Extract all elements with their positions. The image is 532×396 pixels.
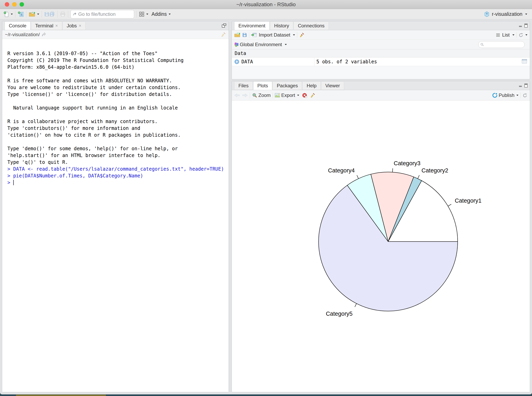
zoom-plot-button[interactable]: Zoom	[252, 93, 271, 98]
clear-environment-icon[interactable]	[299, 32, 304, 38]
object-name: DATA	[241, 59, 253, 64]
maximize-pane-icon[interactable]	[524, 23, 528, 28]
export-plot-button[interactable]: Export	[275, 93, 299, 98]
data-section-header: Data	[232, 49, 530, 58]
environment-search-input[interactable]	[485, 42, 522, 47]
tab-terminal[interactable]: Terminal ×	[31, 21, 62, 30]
save-icon	[44, 12, 49, 17]
tab-files[interactable]: Files	[234, 81, 253, 90]
display-mode-button[interactable]: List	[496, 32, 514, 38]
publish-label: Publish	[499, 93, 514, 98]
tab-viewer-label: Viewer	[325, 83, 340, 88]
goto-file-input[interactable]	[78, 11, 132, 17]
tab-environment[interactable]: Environment	[234, 21, 270, 30]
view-table-icon[interactable]	[522, 59, 527, 64]
environment-search[interactable]	[478, 41, 525, 48]
minimize-window-button[interactable]	[12, 2, 17, 7]
previous-plot-icon[interactable]	[234, 93, 240, 98]
publish-plot-button[interactable]: Publish	[492, 93, 518, 98]
object-summary: 5 obs. of 2 variables	[314, 59, 522, 64]
pie-label-category3: Category3	[394, 160, 421, 166]
pane-layout-button[interactable]	[139, 12, 148, 17]
import-dataset-caret[interactable]	[293, 34, 295, 35]
tab-help[interactable]: Help	[302, 81, 321, 90]
environment-pane: Environment History Connections Import D…	[232, 21, 530, 79]
tab-files-label: Files	[238, 83, 249, 88]
addins-button[interactable]: Addins	[152, 11, 171, 17]
clear-all-plots-icon[interactable]	[310, 93, 315, 98]
addins-caret[interactable]	[169, 14, 171, 15]
refresh-plot-icon[interactable]	[523, 93, 527, 98]
next-plot-icon[interactable]	[242, 93, 248, 98]
close-icon[interactable]: ×	[55, 23, 58, 28]
maximize-pane-icon[interactable]	[524, 83, 528, 88]
display-mode-caret[interactable]	[512, 34, 514, 35]
save-button[interactable]	[44, 12, 49, 17]
print-icon	[60, 12, 65, 17]
console-output-area[interactable]: R version 3.6.1 (2019-07-05) -- "Action …	[2, 39, 229, 392]
new-file-menu-caret[interactable]	[11, 14, 13, 15]
display-mode-label: List	[502, 32, 510, 38]
tab-packages[interactable]: Packages	[273, 81, 302, 90]
clear-console-icon[interactable]	[221, 32, 226, 37]
console-command-1: > DATA <- read.table("/Users/lsalazar/co…	[7, 166, 229, 172]
print-button[interactable]	[60, 12, 65, 17]
open-file-button[interactable]	[29, 12, 39, 17]
open-folder-icon	[29, 12, 35, 17]
project-caret[interactable]	[525, 14, 527, 15]
tab-jobs[interactable]: Jobs ×	[63, 21, 86, 30]
project-selector[interactable]: R r-visualization	[484, 11, 527, 17]
goto-directory-icon[interactable]	[41, 32, 46, 37]
save-all-button[interactable]	[49, 12, 55, 17]
environment-scope-caret[interactable]	[285, 44, 287, 45]
pie-label-tick	[392, 169, 393, 172]
expand-object-icon[interactable]	[234, 59, 240, 64]
new-file-icon	[4, 11, 9, 17]
environment-scope-selector[interactable]: Global Environment	[239, 42, 287, 47]
pie-label-tick	[357, 175, 358, 179]
restore-pane-icon[interactable]	[222, 23, 227, 28]
new-file-button[interactable]	[4, 11, 13, 17]
pie-label-category5: Category5	[326, 310, 352, 317]
zoom-label: Zoom	[258, 93, 271, 98]
export-caret[interactable]	[297, 95, 299, 96]
svg-text:R: R	[486, 12, 488, 15]
pie-chart: Category1Category2Category3Category4Cate…	[232, 100, 530, 392]
console-prompt-line[interactable]: >	[7, 179, 229, 186]
title-bar: ~/r-visualization - RStudio	[0, 0, 532, 9]
goto-file-search[interactable]	[70, 10, 134, 18]
pane-grid-icon	[139, 12, 144, 17]
pie-label-category2: Category2	[421, 167, 448, 174]
minimize-pane-icon[interactable]	[519, 24, 523, 27]
publish-icon	[492, 93, 497, 98]
publish-caret[interactable]	[516, 95, 518, 96]
close-icon[interactable]: ×	[79, 23, 81, 28]
tab-plots[interactable]: Plots	[253, 81, 272, 90]
refresh-environment-button[interactable]	[519, 33, 527, 37]
minimize-pane-icon[interactable]	[519, 84, 523, 87]
pie-label-tick	[448, 204, 451, 206]
zoom-window-button[interactable]	[20, 2, 24, 7]
pie-label-tick	[418, 175, 419, 179]
close-window-button[interactable]	[5, 2, 9, 7]
rstudio-window: ~/r-visualization - RStudio R	[0, 0, 532, 394]
tab-history[interactable]: History	[270, 21, 293, 30]
environment-toolbar: Import Dataset List	[232, 30, 530, 40]
remove-plot-icon[interactable]	[302, 93, 307, 98]
tab-connections[interactable]: Connections	[294, 21, 328, 30]
tab-viewer[interactable]: Viewer	[321, 81, 344, 90]
refresh-caret[interactable]	[525, 34, 527, 35]
new-project-button[interactable]: R	[18, 11, 24, 17]
environment-tabstrip: Environment History Connections	[232, 21, 530, 30]
load-workspace-icon[interactable]	[234, 32, 240, 37]
environment-scope-label: Global Environment	[240, 42, 282, 47]
import-dataset-button[interactable]: Import Dataset	[251, 32, 295, 38]
plots-toolbar: Zoom Export Publish	[232, 90, 530, 100]
pane-layout-caret[interactable]	[146, 14, 148, 15]
console-prompt: >	[7, 180, 13, 185]
open-recent-caret[interactable]	[37, 14, 39, 15]
environment-object-row[interactable]: DATA 5 obs. of 2 variables	[232, 58, 530, 66]
export-label: Export	[281, 93, 295, 98]
save-workspace-icon[interactable]	[242, 33, 247, 37]
tab-console[interactable]: Console	[5, 21, 31, 30]
